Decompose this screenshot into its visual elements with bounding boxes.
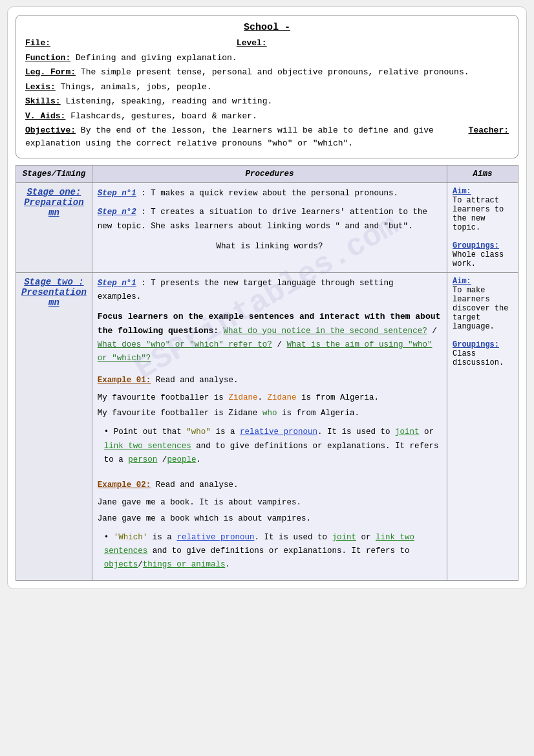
stage1-step2-text: : T creates a situation to drive learner… [98, 208, 427, 230]
header-section: School - File: Level: Function: Defining… [16, 15, 518, 158]
objective-label: Objective: [25, 125, 76, 135]
stage2-title: Stage two :Presentationmn [21, 277, 87, 308]
legform-value: The simple present tense, personal and o… [81, 67, 469, 77]
col-header-aims: Aims [447, 166, 518, 183]
stage1-cell: Stage one:Preparationmn [16, 183, 92, 273]
stage2-groupings-value: Class discussion. [453, 349, 504, 367]
stage1-aim-label: Aim: [453, 187, 471, 196]
example01-sentence1: My favourite footballer is Zidane. Zidan… [98, 391, 442, 405]
stage2-aim-label: Aim: [453, 277, 471, 286]
skills-value: Listening, speaking, reading and writing… [65, 96, 272, 106]
stage1-aim-value: To attract learners to the new topic. [453, 196, 504, 232]
example02-sentence1: Jane gave me a book. It is about vampire… [98, 496, 442, 510]
stage1-question: What is linking words? [98, 240, 442, 254]
legform-label: Leg. Form: [25, 67, 76, 77]
lexis-value: Things, animals, jobs, people. [61, 82, 212, 92]
example02-label: Example 02: [98, 481, 151, 490]
vaids-label: V. Aids: [25, 111, 65, 121]
example01-label: Example 01: [98, 376, 151, 385]
stage1-step1-label: Step n°1 [98, 189, 136, 198]
stage1-aims: Aim: To attract learners to the new topi… [447, 183, 518, 273]
example01-bullet: • Point out that "who" is a relative pro… [104, 426, 442, 467]
stage2-groupings-label: Groupings: [453, 340, 499, 349]
slash2: / [277, 340, 286, 349]
stage2-q1[interactable]: What do you notice in the second sentenc… [224, 327, 427, 336]
stage2-cell: Stage two :Presentationmn [16, 273, 92, 581]
school-title: School - [25, 22, 509, 33]
stage2-step1-text: : T presents the new target language thr… [98, 279, 394, 301]
col-header-stages: Stages/Timing [16, 166, 92, 183]
teacher-label: Teacher: [469, 124, 509, 137]
table-row-stage2: Stage two :Presentationmn Step n°1 : T p… [16, 273, 518, 581]
stage2-q2[interactable]: What does "who" or "which" refer to? [98, 340, 272, 349]
stage1-groupings-label: Groupings: [453, 241, 499, 250]
stage1-step2-label: Step n°2 [98, 208, 136, 217]
stage2-step1-label: Step n°1 [98, 279, 136, 288]
stage2-aims: Aim: To make learners discover the targe… [447, 273, 518, 581]
stage1-step1-text: : T makes a quick review about the perso… [141, 189, 398, 198]
stage1-title: Stage one:Preparationmn [24, 187, 83, 218]
vaids-value: Flashcards, gestures, board & marker. [70, 111, 257, 121]
stage2-procedures: Step n°1 : T presents the new target lan… [92, 273, 447, 581]
example02-instruction: Read and analyse. [156, 481, 239, 490]
skills-label: Skills: [25, 96, 61, 106]
example01-sentence2: My favourite footballer is Zidane who is… [98, 407, 442, 420]
function-label: Function: [25, 53, 70, 63]
objective-value: By the end of the lesson, the learners w… [25, 125, 434, 148]
stage1-procedures: Step n°1 : T makes a quick review about … [92, 183, 447, 273]
lexis-label: Lexis: [25, 82, 56, 92]
col-header-procedures: Procedures [92, 166, 447, 183]
table-row-stage1: Stage one:Preparationmn Step n°1 : T mak… [16, 183, 518, 273]
slash1: / [432, 327, 437, 336]
stage1-groupings-value: Whole class work. [453, 250, 504, 268]
example02-bullet: • 'Which' is a relative pronoun. It is u… [104, 531, 442, 572]
level-label: Level: [237, 38, 267, 48]
lesson-table: Stages/Timing Procedures Aims Stage one:… [16, 165, 518, 581]
file-label: File: [25, 38, 50, 48]
stage2-aim-value: To make learners discover the target lan… [453, 286, 508, 331]
function-value: Defining and giving explanation. [76, 53, 237, 63]
example02-sentence2: Jane gave me a book which is about vampi… [98, 512, 442, 526]
example01-instruction: Read and analyse. [156, 376, 239, 385]
